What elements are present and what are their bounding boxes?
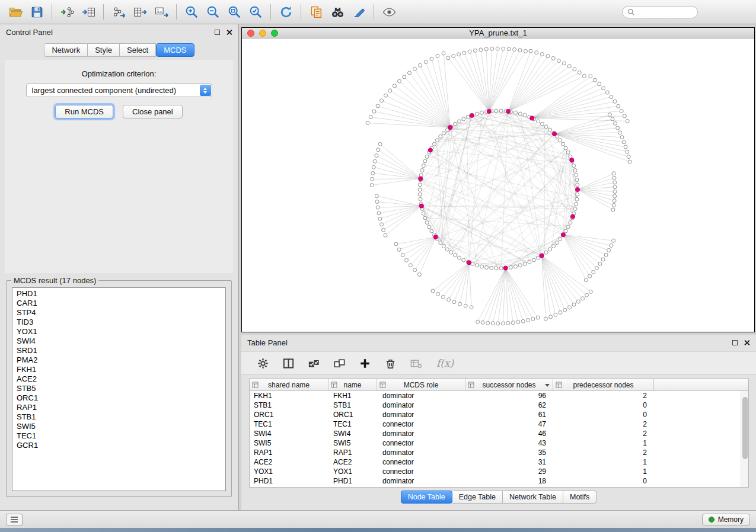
table-cell[interactable]: SWI4 <box>328 430 377 438</box>
mcds-result-item[interactable]: GCR1 <box>12 441 225 450</box>
table-cell[interactable]: 62 <box>465 401 553 409</box>
zoom-in-button[interactable] <box>182 2 201 21</box>
table-cell[interactable]: dominator <box>377 448 465 457</box>
column-header-mcds-role[interactable]: MCDS role <box>377 379 465 390</box>
table-cell[interactable]: 29 <box>465 467 553 476</box>
float-panel-icon[interactable] <box>215 30 220 35</box>
tab-style[interactable]: Style <box>88 43 120 57</box>
mcds-result-item[interactable]: RAP1 <box>12 403 225 412</box>
table-cell[interactable]: TEC1 <box>328 420 377 428</box>
table-cell[interactable]: dominator <box>377 430 465 438</box>
column-header-predecessor-nodes[interactable]: predecessor nodes <box>553 379 654 390</box>
table-cell[interactable]: 1 <box>553 439 654 447</box>
table-cell[interactable]: FKH1 <box>250 392 328 400</box>
table-cell[interactable]: YOX1 <box>328 467 377 476</box>
column-header-shared-name[interactable]: shared name <box>250 379 328 390</box>
table-cell[interactable]: 18 <box>465 477 553 485</box>
table-cell[interactable]: 46 <box>465 430 553 438</box>
table-cell[interactable]: dominator <box>377 401 465 409</box>
column-menu-caret-icon[interactable] <box>545 384 550 387</box>
window-minimize-button[interactable] <box>259 30 266 37</box>
mcds-result-list[interactable]: PHD1CAR1STP4TID3YOX1SWI4SRD1PMA2FKH1ACE2… <box>12 287 226 491</box>
table-cell[interactable]: PHD1 <box>250 477 328 485</box>
deselect-all-button[interactable] <box>330 354 349 373</box>
table-cell[interactable]: YOX1 <box>250 467 328 476</box>
table-cell[interactable]: SWI4 <box>250 430 328 438</box>
table-row[interactable]: YOX1YOX1connector291 <box>250 467 748 476</box>
table-cell[interactable]: 1 <box>553 467 654 476</box>
table-cell[interactable]: RAP1 <box>328 448 377 457</box>
mcds-result-item[interactable]: SWI5 <box>12 422 225 431</box>
table-cell[interactable]: SWI5 <box>250 439 328 447</box>
table-row[interactable]: FKH1FKH1dominator962 <box>250 391 748 400</box>
table-row[interactable]: SWI4SWI4dominator462 <box>250 429 748 438</box>
mcds-result-item[interactable]: STB1 <box>12 412 225 422</box>
table-row[interactable]: PHD1PHD1dominator180 <box>250 476 748 486</box>
table-cell[interactable]: 2 <box>553 420 654 428</box>
close-panel-button[interactable]: Close panel <box>123 105 183 118</box>
table-cell[interactable]: 0 <box>553 401 654 409</box>
table-row[interactable]: STB1STB1dominator620 <box>250 400 748 410</box>
close-panel-icon[interactable] <box>744 339 750 346</box>
select-all-button[interactable] <box>304 354 323 373</box>
mcds-result-item[interactable]: STB5 <box>12 384 225 393</box>
import-network-button[interactable] <box>58 2 76 21</box>
table-cell[interactable]: ACE2 <box>328 458 377 466</box>
tab-node-table[interactable]: Node Table <box>401 491 452 504</box>
delete-column-button[interactable] <box>381 354 400 373</box>
zoom-selected-button[interactable] <box>246 2 265 21</box>
show-hide-button[interactable] <box>379 2 398 21</box>
search-input[interactable] <box>638 8 693 16</box>
table-row[interactable]: TEC1TEC1connector472 <box>250 419 748 429</box>
style-button[interactable] <box>349 2 368 21</box>
table-cell[interactable]: connector <box>377 439 465 447</box>
table-cell[interactable]: 0 <box>553 477 654 485</box>
mcds-result-item[interactable]: ORC1 <box>12 393 225 403</box>
table-cell[interactable]: STB1 <box>328 401 377 409</box>
export-image-button[interactable] <box>152 2 171 21</box>
tab-motifs[interactable]: Motifs <box>563 491 596 504</box>
zoom-out-button[interactable] <box>203 2 222 21</box>
close-panel-icon[interactable] <box>226 29 232 36</box>
table-cell[interactable]: SWI5 <box>328 439 377 447</box>
export-table-button[interactable] <box>130 2 149 21</box>
mcds-result-item[interactable]: SWI4 <box>12 336 225 346</box>
table-cell[interactable]: 35 <box>465 448 553 457</box>
table-cell[interactable]: TEC1 <box>250 420 328 428</box>
window-zoom-button[interactable] <box>271 30 278 37</box>
open-file-button[interactable] <box>6 2 25 21</box>
table-cell[interactable]: 61 <box>465 411 553 419</box>
column-header-successor-nodes[interactable]: successor nodes <box>465 379 553 390</box>
optimization-dropdown[interactable]: largest connected component (undirected) <box>26 84 212 97</box>
table-row[interactable]: RAP1RAP1dominator352 <box>250 448 748 457</box>
table-cell[interactable]: 31 <box>465 458 553 466</box>
table-cell[interactable]: 96 <box>465 392 553 400</box>
table-cell[interactable]: 2 <box>553 430 654 438</box>
table-cell[interactable]: dominator <box>377 411 465 419</box>
table-settings-button[interactable] <box>253 354 272 373</box>
table-cell[interactable]: STB1 <box>250 401 328 409</box>
table-cell[interactable]: FKH1 <box>328 392 377 400</box>
mcds-result-item[interactable]: PMA2 <box>12 355 225 365</box>
add-column-button[interactable] <box>355 354 374 373</box>
table-row[interactable]: ACE2ACE2connector311 <box>250 457 748 467</box>
table-scrollbar[interactable] <box>741 391 748 487</box>
mcds-result-item[interactable]: TID3 <box>12 318 225 327</box>
memory-button[interactable]: Memory <box>702 514 750 525</box>
export-network-button[interactable] <box>109 2 128 21</box>
table-cell[interactable]: 1 <box>553 458 654 466</box>
mcds-result-item[interactable]: ACE2 <box>12 374 225 384</box>
network-canvas[interactable] <box>242 39 754 331</box>
tab-edge-table[interactable]: Edge Table <box>452 491 503 504</box>
window-close-button[interactable] <box>247 30 254 37</box>
panel-menu-button[interactable] <box>6 514 23 525</box>
find-button[interactable] <box>328 2 347 21</box>
zoom-fit-button[interactable] <box>225 2 244 21</box>
mcds-result-item[interactable]: STP4 <box>12 308 225 318</box>
table-cell[interactable]: 43 <box>465 439 553 447</box>
table-cell[interactable]: ACE2 <box>250 458 328 466</box>
save-session-button[interactable] <box>27 2 46 21</box>
table-cell[interactable]: connector <box>377 420 465 428</box>
tab-network-table[interactable]: Network Table <box>503 491 563 504</box>
table-cell[interactable]: 2 <box>553 448 654 457</box>
